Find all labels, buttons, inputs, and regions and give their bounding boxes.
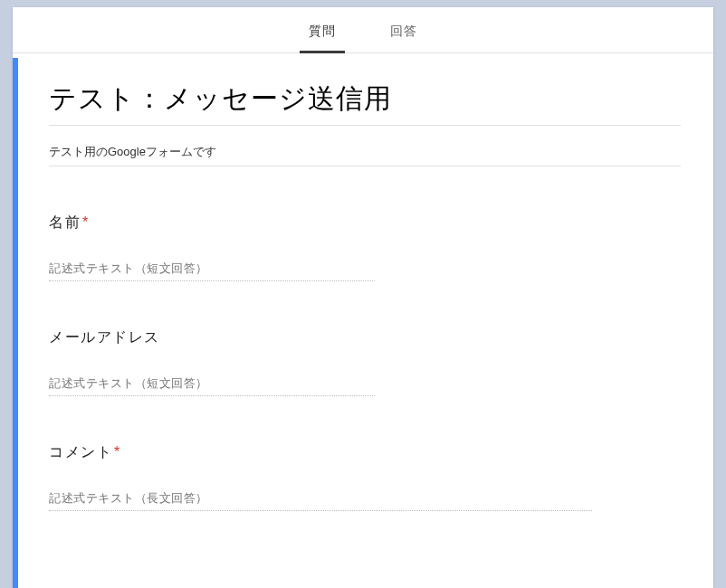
answer-placeholder-long: [49, 488, 592, 511]
form-editor-card: 質問 回答 テスト：メッセージ送信用 テスト用のGoogleフォームです 名前*…: [13, 7, 713, 588]
question-block[interactable]: コメント*: [49, 443, 681, 511]
question-label[interactable]: メールアドレス: [49, 328, 681, 347]
question-label[interactable]: コメント*: [49, 443, 681, 462]
required-asterisk: *: [82, 214, 90, 230]
question-block[interactable]: 名前*: [49, 213, 681, 281]
form-content: テスト：メッセージ送信用 テスト用のGoogleフォームです 名前* メールアド…: [13, 53, 713, 520]
required-asterisk: *: [114, 444, 121, 460]
question-block[interactable]: メールアドレス: [49, 328, 681, 396]
tab-bar: 質問 回答: [13, 7, 713, 53]
tab-questions[interactable]: 質問: [303, 7, 341, 52]
question-label[interactable]: 名前*: [49, 213, 681, 232]
title-section[interactable]: テスト：メッセージ送信用 テスト用のGoogleフォームです: [49, 71, 681, 166]
form-description[interactable]: テスト用のGoogleフォームです: [49, 131, 681, 166]
question-label-text: 名前: [49, 214, 81, 230]
answer-placeholder-short: [49, 373, 375, 396]
question-label-text: メールアドレス: [49, 329, 160, 345]
form-title[interactable]: テスト：メッセージ送信用: [49, 71, 681, 126]
question-label-text: コメント: [49, 444, 112, 460]
answer-placeholder-short: [49, 258, 375, 281]
tab-responses[interactable]: 回答: [385, 7, 423, 52]
